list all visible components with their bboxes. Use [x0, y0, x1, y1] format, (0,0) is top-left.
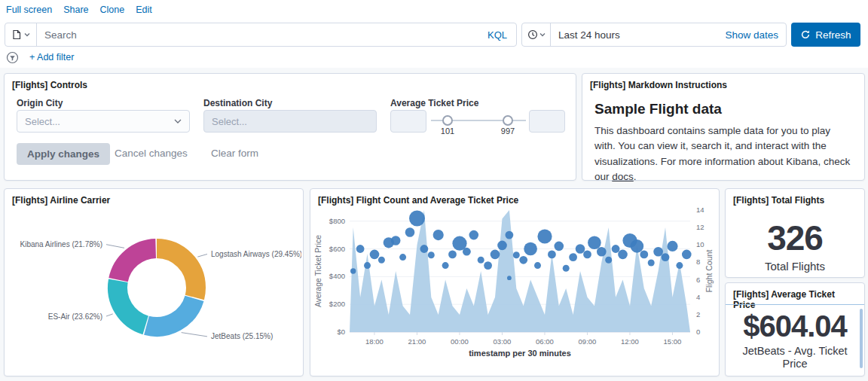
clear-form-button[interactable]: Clear form: [211, 148, 258, 159]
ticket-price-bubble[interactable]: [448, 251, 457, 259]
ticket-price-bubble[interactable]: [640, 251, 648, 259]
ticket-price-bubble[interactable]: [506, 231, 514, 239]
right-axis-tick: 12: [696, 223, 704, 231]
saved-query-icon: [11, 29, 22, 40]
left-axis-tick: $400: [329, 272, 345, 280]
ticket-price-bubble[interactable]: [576, 244, 585, 254]
ticket-price-bubble[interactable]: [378, 257, 385, 264]
show-dates-button[interactable]: Show dates: [725, 29, 778, 41]
ticket-price-slider[interactable]: 101 997: [431, 110, 526, 136]
ticket-price-bubble[interactable]: [597, 247, 607, 257]
ticket-price-max-input[interactable]: [529, 110, 565, 133]
apply-changes-button[interactable]: Apply changes: [17, 143, 110, 165]
ticket-price-bubble[interactable]: [484, 261, 492, 270]
ticket-price-bubble[interactable]: [497, 241, 507, 251]
ticket-price-bubble[interactable]: [519, 256, 527, 264]
slider-handle-max[interactable]: [503, 115, 513, 126]
ticket-price-bubble[interactable]: [667, 241, 677, 251]
ticket-price-bubble[interactable]: [463, 248, 471, 256]
ticket-price-bubble[interactable]: [370, 250, 380, 260]
ticket-price-bubble[interactable]: [583, 251, 591, 259]
ticket-price-bubble[interactable]: [648, 260, 655, 267]
destination-city-select[interactable]: Select...: [203, 110, 377, 133]
chevron-down-icon: [24, 32, 30, 37]
ticket-price-bubble[interactable]: [612, 245, 620, 253]
ticket-price-bubble[interactable]: [428, 251, 435, 258]
right-axis-title: Flight Count: [704, 250, 714, 293]
airline-carrier-donut-chart: Logstash Airways (29.45%)JetBeats (25.15…: [8, 203, 301, 374]
time-range-display[interactable]: Last 24 hours Show dates: [551, 23, 786, 46]
panel-title: [Flights] Markdown Instructions: [582, 74, 864, 92]
ticket-price-bubble[interactable]: [631, 239, 644, 253]
ticket-price-bubble[interactable]: [588, 236, 601, 250]
pie-slice-label: JetBeats (25.15%): [211, 332, 273, 340]
x-axis-tick: 15:00: [664, 337, 682, 346]
ticket-price-bubble[interactable]: [676, 262, 683, 269]
ticket-price-bubble[interactable]: [537, 229, 552, 243]
right-axis-tick: 4: [696, 293, 700, 301]
ticket-price-bubble[interactable]: [662, 253, 670, 261]
destination-city-label: Destination City: [203, 98, 272, 108]
ticket-price-bubble[interactable]: [653, 247, 663, 257]
ticket-price-bubble[interactable]: [563, 265, 570, 272]
pie-label-leader-line: [197, 255, 207, 258]
panel-title: [Flights] Controls: [5, 74, 576, 92]
ticket-price-bubble[interactable]: [555, 242, 564, 251]
ticket-price-bubble[interactable]: [507, 276, 512, 280]
pie-label-leader-line: [106, 245, 124, 248]
markdown-heading: Sample Flight data: [594, 101, 852, 117]
ticket-price-bubble[interactable]: [364, 262, 371, 269]
ticket-price-bubble[interactable]: [618, 250, 628, 260]
slider-handle-min[interactable]: [442, 115, 453, 126]
ticket-price-bubble[interactable]: [513, 251, 520, 258]
ticket-price-bubble[interactable]: [469, 230, 479, 240]
search-input[interactable]: [37, 23, 478, 46]
refresh-button[interactable]: Refresh: [791, 23, 860, 47]
right-axis-tick: 14: [696, 206, 704, 214]
full-screen-link[interactable]: Full screen: [6, 5, 52, 15]
filter-settings-icon[interactable]: [6, 51, 19, 64]
left-axis-tick: $200: [329, 300, 345, 308]
ticket-price-bubble[interactable]: [433, 230, 444, 240]
time-picker: Last 24 hours Show dates: [521, 23, 787, 47]
saved-query-menu-button[interactable]: [5, 23, 37, 46]
panel-total-flights: [Flights] Total Flights 326 Total Flight…: [725, 188, 865, 278]
ticket-price-bubble[interactable]: [524, 242, 537, 256]
cancel-changes-button[interactable]: Cancel changes: [115, 148, 188, 159]
time-picker-quick-button[interactable]: [522, 23, 551, 46]
ticket-price-min-input[interactable]: [390, 110, 426, 133]
ticket-price-bubble[interactable]: [409, 211, 425, 227]
clone-link[interactable]: Clone: [100, 5, 125, 15]
ticket-price-bubble[interactable]: [356, 245, 365, 253]
left-axis-title: Average Ticket Price: [313, 235, 322, 307]
ticket-price-bubble[interactable]: [534, 262, 541, 269]
ticket-price-bubble[interactable]: [569, 253, 577, 261]
ticket-price-bubble[interactable]: [420, 245, 429, 253]
ticket-price-bubble[interactable]: [605, 257, 612, 264]
share-link[interactable]: Share: [63, 5, 88, 15]
ticket-price-bubble[interactable]: [491, 250, 500, 260]
edit-link[interactable]: Edit: [136, 5, 152, 15]
ticket-price-bubble[interactable]: [548, 251, 556, 259]
ticket-price-bubble[interactable]: [391, 236, 401, 245]
ticket-price-bubble[interactable]: [405, 227, 415, 237]
ticket-price-bubble[interactable]: [399, 254, 406, 261]
scrollbar[interactable]: [860, 309, 863, 368]
ticket-price-bubble[interactable]: [478, 257, 484, 264]
x-axis-tick: 06:00: [536, 337, 554, 346]
panel-title: [Flights] Total Flights: [726, 189, 864, 207]
origin-city-select[interactable]: Select...: [17, 110, 190, 133]
right-axis-tick: 10: [696, 240, 704, 248]
pie-slice-label: Kibana Airlines (21.78%): [20, 240, 102, 248]
ticket-price-label: Average Ticket Price: [390, 98, 478, 108]
ticket-price-bubble[interactable]: [442, 262, 449, 269]
docs-link[interactable]: docs: [612, 171, 634, 182]
panel-markdown-instructions: [Flights] Markdown Instructions Sample F…: [582, 73, 865, 181]
add-filter-button[interactable]: + Add filter: [29, 52, 74, 62]
ticket-price-bubble[interactable]: [682, 250, 692, 260]
ticket-price-bubble[interactable]: [350, 268, 356, 273]
pie-label-leader-line: [106, 314, 113, 316]
dashboard-grid: [Flights] Controls Origin City Select...…: [0, 68, 868, 381]
kql-button[interactable]: KQL: [478, 29, 516, 41]
flight-count-area[interactable]: [350, 210, 690, 332]
